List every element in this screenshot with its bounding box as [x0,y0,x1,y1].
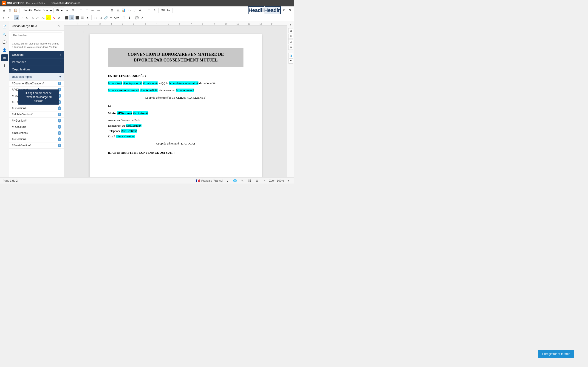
print-button[interactable]: 🖨 [1,8,7,13]
field-item-8[interactable]: #InitGestion# i [9,130,64,136]
subscript-button[interactable]: A₂ [41,15,46,20]
field-info-icon-7[interactable]: i [58,125,61,129]
language-expand-button[interactable]: ∨ [225,178,230,184]
category-personnes[interactable]: Personnes › [9,58,64,66]
field-item-7[interactable]: #FGestion# i [9,124,64,130]
style-button[interactable]: Aa [166,8,171,13]
borders-button[interactable]: ⬚ [93,15,98,20]
field-info-icon-9[interactable]: i [58,137,61,141]
form-icon-right[interactable]: ☑ [288,34,293,39]
decrease-font-button[interactable]: ▼ [70,8,76,13]
field-item-9[interactable]: #PGestion# i [9,136,64,142]
field-info-icon-5[interactable]: i [58,113,61,116]
heading2-preview[interactable]: Headin [265,6,281,14]
app-logo[interactable]: ▶ ONLYOFFICE [2,1,24,5]
insert-textbox-button[interactable]: ▭ [127,8,132,13]
eraser-button[interactable]: ⌫ [160,8,165,13]
field-info-icon-4[interactable]: i [58,106,61,110]
paste-button[interactable]: 📋 [13,8,18,13]
align-center-button[interactable]: ☰ [69,15,74,20]
bold-button[interactable]: B [14,15,19,20]
increase-indent-button[interactable]: ⇥ [95,8,101,13]
page-view-button[interactable]: ⊞ [254,178,260,184]
clear-format-button[interactable]: ✕ [57,15,61,20]
sidebar-comment-icon[interactable]: 💬 [1,39,8,46]
page-num-button[interactable]: # [152,8,157,13]
chart-icon-right[interactable]: 📊 [288,53,293,58]
para-mark-button[interactable]: ¶ [288,22,294,28]
superscript-button[interactable]: A² [35,15,40,20]
increase-font-button[interactable]: ▲ [64,8,70,13]
zoom-out-button[interactable]: − [262,178,267,184]
insert-image-button[interactable]: 🖼 [115,8,121,13]
spell-check-button[interactable]: 🌐 [232,178,238,184]
field-item-5[interactable]: #MobileGestion# i [9,111,64,118]
zoom-in-button[interactable]: + [286,178,291,184]
review-button[interactable]: ✓ [140,15,145,20]
settings-button[interactable]: ⚙ [287,8,293,13]
sidebar-file-icon[interactable]: 📄 [1,23,8,30]
heading-expand-button[interactable]: ▼ [281,8,287,13]
font-color-button[interactable]: A [51,15,56,20]
category-organisations[interactable]: Organisations › [9,66,64,73]
file-tools: 🖨 ⎘ 📋 [1,8,18,13]
highlight-button[interactable]: A [46,15,51,20]
header-button[interactable]: ⊤ [146,8,152,13]
category-balises-simples[interactable]: Balises simples ∨ [9,73,64,81]
insert-chart-button[interactable]: 📊 [121,8,126,13]
strikethrough-button[interactable]: S [30,15,35,20]
align-right-button[interactable]: ⬛ [75,15,80,20]
merge-search-input[interactable] [11,33,62,38]
italic-button[interactable]: I [19,15,25,20]
merge-panel-close-button[interactable]: ✕ [56,23,61,29]
copy-button[interactable]: ⎘ [7,8,13,13]
para-et: ET [108,103,243,108]
cont-nom-field: #cont-nom# [143,81,157,85]
paragraph-settings-button[interactable]: ¶ [85,15,90,20]
zoom-label: Zoom 100% [269,179,284,182]
bullet-list-button[interactable]: ☰ [78,8,84,13]
sidebar-merge-icon[interactable]: ⊞ [1,54,8,61]
font-size-selector[interactable]: 20 [53,8,64,13]
doc-body: ENTRE LES SOUSSIGNÉS : #cont-titre# #con… [108,74,243,155]
review-mode-button[interactable]: ✎ [240,178,245,184]
list-icon-right[interactable]: ☰ [288,58,293,64]
footer-insert-button[interactable]: ↡ [127,15,132,20]
heading1-preview[interactable]: Headii [248,6,264,14]
field-info-icon-6[interactable]: i [58,119,61,123]
columns-icon-right[interactable]: ⊟ [288,45,293,50]
insert-formula-button[interactable]: ∫ [132,8,138,13]
font-selector[interactable]: Franklin Gothic Book [21,8,53,13]
insert-dropcap-button[interactable]: A↓ [138,8,144,13]
sidebar-user-icon[interactable]: 👤 [1,47,8,53]
underline-button[interactable]: U [25,15,30,20]
track-changes-button[interactable]: ✏ [109,15,114,20]
align-left-button[interactable]: ⬛ [64,15,69,20]
field-item-10[interactable]: #EmailGestion# i [9,142,64,149]
numbered-list-button[interactable]: ☷ [84,8,90,13]
style-dropdown-button[interactable]: Aa▾ [114,15,119,20]
sidebar-search-icon[interactable]: 🔍 [1,31,8,38]
svg-text:11: 11 [237,23,239,25]
line-spacing-button[interactable]: ↕ [101,8,107,13]
field-item-4[interactable]: #EGestion# i [9,105,64,111]
link-button[interactable]: 🔗 [103,15,108,20]
align-justify-button[interactable]: ☰ [80,15,85,20]
comment-button[interactable]: 💬 [134,15,139,20]
merge-cells-button[interactable]: ⊟ [98,15,103,20]
view-mode-button[interactable]: ☷ [247,178,252,184]
field-item-0[interactable]: #DocumentDateCreation# i [9,81,64,87]
sidebar-info-icon[interactable]: ℹ [1,62,8,69]
content-icon-right[interactable]: ☐ [288,39,293,44]
decrease-indent-button[interactable]: ⇤ [90,8,95,13]
table-icon-right[interactable]: ⊞ [288,28,293,33]
category-dossiers[interactable]: Dossiers › [9,51,64,58]
redo-button[interactable]: ↪ [7,15,12,20]
field-info-icon-10[interactable]: i [58,144,61,147]
field-info-icon-0[interactable]: i [58,82,61,85]
header-insert-button[interactable]: ⊤ [121,15,127,20]
insert-table-button[interactable]: ⊞ [109,8,115,13]
field-item-6[interactable]: #NGestion# i [9,118,64,124]
field-info-icon-8[interactable]: i [58,131,61,135]
undo-button[interactable]: ↩ [1,15,6,20]
